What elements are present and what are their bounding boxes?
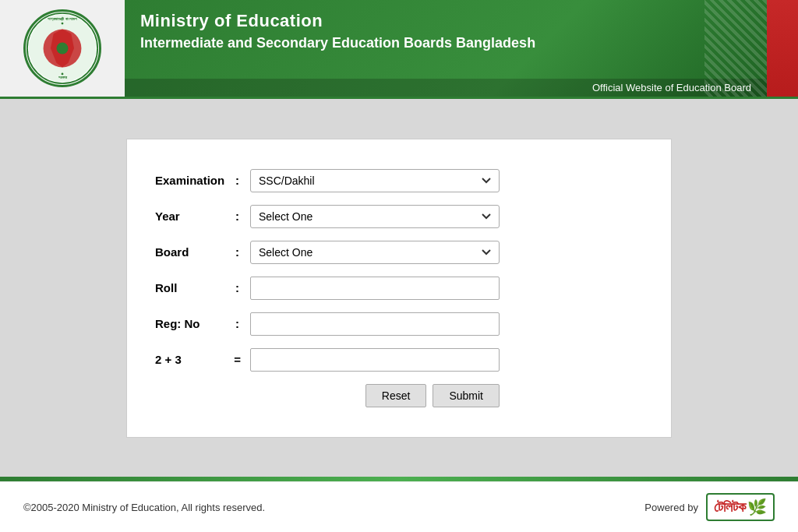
captcha-row: 2 + 3 =: [150, 342, 632, 378]
copyright-text: ©2005-2020 Ministry of Education, All ri…: [23, 502, 265, 513]
examination-row: Examination : SSC/Dakhil: [150, 163, 632, 199]
board-label: Board: [150, 234, 229, 270]
examination-select[interactable]: SSC/Dakhil: [250, 169, 500, 192]
examination-colon: :: [229, 163, 245, 199]
teletalk-brand-text: টেলিটক: [714, 499, 746, 516]
svg-point-8: [62, 72, 64, 75]
svg-point-4: [56, 42, 68, 54]
button-group: Reset Submit: [250, 384, 500, 407]
reg-row: Reg: No :: [150, 306, 632, 342]
examination-label: Examination: [150, 163, 229, 199]
year-select[interactable]: Select One: [250, 205, 500, 228]
reg-field[interactable]: [245, 306, 632, 342]
year-label: Year: [150, 199, 229, 234]
powered-by-label: Powered by: [644, 502, 698, 513]
svg-point-7: [62, 23, 64, 25]
header-content: Ministry of Education Intermediate and S…: [125, 0, 798, 97]
roll-input[interactable]: [250, 277, 500, 300]
site-header: গণপ্রজাতন্ত্রী বাংলাদেশ সরকার Ministry o…: [0, 0, 798, 99]
reg-label: Reg: No: [150, 306, 229, 342]
roll-row: Roll :: [150, 270, 632, 306]
roll-label: Roll: [150, 270, 229, 306]
emblem: গণপ্রজাতন্ত্রী বাংলাদেশ সরকার: [23, 9, 101, 87]
captcha-field[interactable]: [245, 342, 632, 378]
form-container: Examination : SSC/Dakhil Year : Select O…: [126, 139, 672, 438]
teletalk-leaf-icon: 🌿: [747, 498, 767, 516]
teletalk-logo: টেলিটক 🌿: [706, 493, 775, 521]
official-label: Official Website of Education Board: [125, 79, 798, 97]
captcha-equals: =: [229, 342, 245, 378]
powered-by-area: Powered by টেলিটক 🌿: [644, 493, 775, 521]
form-table: Examination : SSC/Dakhil Year : Select O…: [150, 163, 632, 414]
year-field[interactable]: Select One: [245, 199, 632, 234]
ministry-title: Ministry of Education: [140, 11, 782, 31]
year-colon: :: [229, 199, 245, 234]
roll-field[interactable]: [245, 270, 632, 306]
roll-colon: :: [229, 270, 245, 306]
reset-button[interactable]: Reset: [365, 384, 427, 407]
year-row: Year : Select One: [150, 199, 632, 234]
examination-field[interactable]: SSC/Dakhil: [245, 163, 632, 199]
board-subtitle: Intermediate and Secondary Education Boa…: [140, 34, 782, 52]
captcha-input[interactable]: [250, 348, 500, 372]
submit-button[interactable]: Submit: [433, 384, 500, 407]
reg-input[interactable]: [250, 312, 500, 336]
board-select[interactable]: Select One: [250, 241, 500, 264]
reg-colon: :: [229, 306, 245, 342]
board-row: Board : Select One: [150, 234, 632, 270]
footer: ©2005-2020 Ministry of Education, All ri…: [0, 481, 798, 532]
button-row: Reset Submit: [150, 378, 632, 414]
board-field[interactable]: Select One: [245, 234, 632, 270]
main-content: Examination : SSC/Dakhil Year : Select O…: [0, 99, 798, 477]
svg-text:সরকার: সরকার: [58, 75, 68, 79]
logo-area: গণপ্রজাতন্ত্রী বাংলাদেশ সরকার: [0, 0, 125, 97]
board-colon: :: [229, 234, 245, 270]
svg-text:গণপ্রজাতন্ত্রী বাংলাদেশ: গণপ্রজাতন্ত্রী বাংলাদেশ: [48, 16, 76, 22]
captcha-label: 2 + 3: [150, 342, 229, 378]
